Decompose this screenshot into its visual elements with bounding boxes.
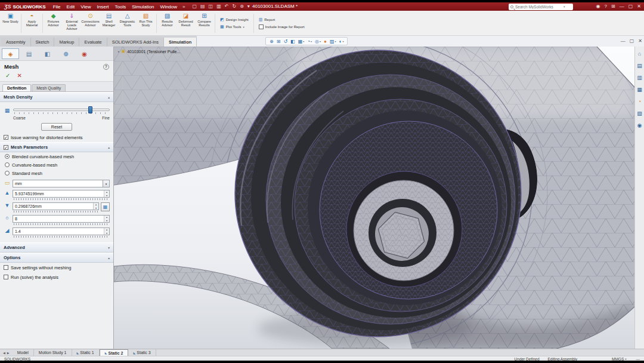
view-settings-icon[interactable]: ◐▾ [339, 39, 344, 44]
report-button[interactable]: ▥ Report [259, 17, 305, 22]
menu-view[interactable]: View [78, 4, 94, 10]
spin-down-icon[interactable]: ▾ [94, 207, 98, 210]
open-document-icon[interactable]: ▤ [200, 2, 205, 11]
design-library-icon[interactable]: ▤ [637, 63, 642, 69]
field-value[interactable]: 1.4 [13, 228, 104, 235]
pulley-hub[interactable] [346, 171, 462, 287]
login-icon[interactable]: ◉ [596, 2, 600, 11]
restore-icon[interactable]: ▢ [628, 2, 633, 11]
view-orientation-icon[interactable]: ▦▾ [298, 39, 305, 44]
tab-definition[interactable]: Definition [2, 84, 31, 91]
spinner[interactable]: ▴▾ [104, 216, 109, 222]
diagnostic-tools-button[interactable]: △ Diagnostic Tools [118, 11, 137, 35]
mini-slider[interactable] [14, 223, 109, 225]
doc-close-icon[interactable]: ✕ [638, 37, 642, 45]
menu-overflow-icon[interactable]: » [180, 4, 187, 10]
menu-window[interactable]: Window [157, 4, 180, 10]
run-this-study-button[interactable]: ▧ Run This Study [137, 11, 155, 35]
save-without-meshing-checkbox[interactable]: Save settings without meshing [0, 263, 113, 272]
display-manager-tab[interactable]: ◧ [39, 48, 56, 59]
options-header[interactable]: Options ▴ [0, 253, 113, 263]
field-value[interactable]: 0.2968726mm [13, 203, 93, 210]
results-advisor-button[interactable]: ▨ Results Advisor [158, 11, 177, 35]
doc-restore-icon[interactable]: ▢ [630, 37, 634, 45]
advanced-header[interactable]: Advanced ▾ [0, 242, 113, 253]
add-tab[interactable]: ⊕ [57, 48, 75, 59]
slider-thumb[interactable] [88, 106, 92, 113]
menu-edit[interactable]: Edit [64, 4, 78, 10]
apply-scene-icon[interactable]: ▨▾ [330, 39, 336, 44]
appearances-scenes-icon[interactable]: ◔ [638, 99, 641, 104]
radio-standard[interactable]: Standard mesh [0, 169, 113, 177]
tab-mesh-quality[interactable]: Mesh Quality [32, 84, 66, 91]
rebuild-icon[interactable]: ↻ [232, 2, 236, 11]
max-element-size-field[interactable]: 5.93745199mm ▴▾ [13, 190, 110, 200]
spin-down-icon[interactable]: ▾ [104, 232, 109, 235]
search-input[interactable] [515, 5, 562, 9]
tab-evaluate[interactable]: Evaluate [79, 38, 107, 47]
tab-static-1[interactable]: ◣Static 1 [72, 349, 100, 356]
external-loads-advisor-button[interactable]: ⇓ External Loads Advisor [63, 11, 81, 35]
mini-slider[interactable] [14, 198, 109, 200]
edit-appearance-icon[interactable]: ● [324, 39, 327, 44]
mini-slider[interactable] [14, 211, 98, 213]
checkbox-icon[interactable]: ✓ [4, 145, 8, 150]
save-icon[interactable]: ◫ [209, 2, 213, 11]
close-icon[interactable]: ✕ [637, 2, 641, 11]
tab-markup[interactable]: Markup [54, 38, 79, 47]
spinner[interactable]: ▴▾ [104, 190, 109, 197]
spinner[interactable]: ▴▾ [104, 228, 109, 235]
zoom-fit-icon[interactable]: ⊕ [270, 39, 274, 44]
property-manager-tab[interactable]: ◈ [2, 48, 19, 59]
tab-solidworks-add-ins[interactable]: SOLIDWORKS Add-Ins [107, 38, 164, 47]
plot-tools-button[interactable]: ▦ Plot Tools ▾ [220, 24, 249, 29]
tab-simulation[interactable]: Simulation [164, 38, 197, 47]
solidworks-resources-icon[interactable]: ⌂ [638, 51, 641, 57]
unit-select[interactable]: mm ▾ [13, 180, 110, 187]
help-icon[interactable]: ? [605, 2, 607, 11]
tab-sketch[interactable]: Sketch [31, 38, 55, 47]
distorted-warning-checkbox[interactable]: ✓ Issue warning for distorted elements [0, 133, 113, 142]
simulation-study-tab[interactable]: ◉ [76, 48, 93, 59]
mesh-density-header[interactable]: Mesh Density ▴ [0, 92, 113, 102]
menu-insert[interactable]: Insert [94, 4, 112, 10]
toolbar-caret-icon[interactable]: ▾ [247, 2, 250, 11]
search-box[interactable]: ▾ [509, 4, 573, 10]
section-view-icon[interactable]: ◧ [290, 39, 295, 44]
minimize-icon[interactable]: — [620, 2, 624, 11]
undo-icon[interactable]: ↶ [225, 2, 229, 11]
reset-button[interactable]: Reset [41, 123, 72, 131]
new-document-icon[interactable]: ▢ [192, 2, 197, 11]
spin-down-icon[interactable]: ▾ [104, 219, 109, 223]
previous-view-icon[interactable]: ↺ [283, 39, 287, 44]
cancel-button[interactable]: ✕ [17, 72, 21, 79]
scroll-right-icon[interactable]: ▶ [7, 351, 10, 355]
menu-tools[interactable]: Tools [112, 4, 129, 10]
spinner[interactable]: ▴▾ [93, 203, 98, 210]
options-icon[interactable]: ⊛ [240, 2, 244, 11]
growth-ratio-field[interactable]: 1.4 ▴▾ [13, 227, 110, 238]
help-icon[interactable]: ? [103, 64, 109, 70]
design-insight-button[interactable]: ◩ Design Insight [220, 17, 249, 22]
field-value[interactable]: 5.93745199mm [13, 190, 104, 197]
run-analysis-checkbox[interactable]: Run (solve) the analysis [0, 272, 113, 282]
apply-material-button[interactable]: ◓ Apply Material [23, 11, 41, 35]
scroll-left-icon[interactable]: ◀ [3, 351, 5, 355]
menu-simulation[interactable]: Simulation [129, 4, 157, 10]
tab-assembly[interactable]: Assembly [1, 38, 31, 47]
tab-static-3[interactable]: ◣Static 3 [128, 349, 156, 356]
spin-down-icon[interactable]: ▾ [104, 194, 109, 198]
radio-blended-curvature[interactable]: Blended curvature-based mesh [0, 152, 113, 161]
display-style-icon[interactable]: ◔▾ [307, 39, 312, 44]
tab-static-2[interactable]: ◣Static 2 [100, 349, 129, 356]
doc-minimize-icon[interactable]: — [621, 37, 626, 45]
connections-advisor-button[interactable]: ⊙ Connections Advisor [81, 11, 100, 35]
apps-icon[interactable]: ⊞ [611, 2, 615, 11]
forum-icon[interactable]: ◉ [637, 122, 642, 128]
search-caret-icon[interactable]: ▾ [564, 5, 565, 8]
min-element-size-field[interactable]: 0.2968726mm ▴▾ [13, 202, 99, 213]
file-explorer-icon[interactable]: ▥ [637, 75, 642, 81]
dropdown-arrow-icon[interactable]: ▾ [103, 180, 109, 187]
deformed-result-button[interactable]: ◪ Deformed Result [177, 11, 195, 35]
fixtures-advisor-button[interactable]: ◆ Fixtures Advisor [44, 11, 63, 35]
